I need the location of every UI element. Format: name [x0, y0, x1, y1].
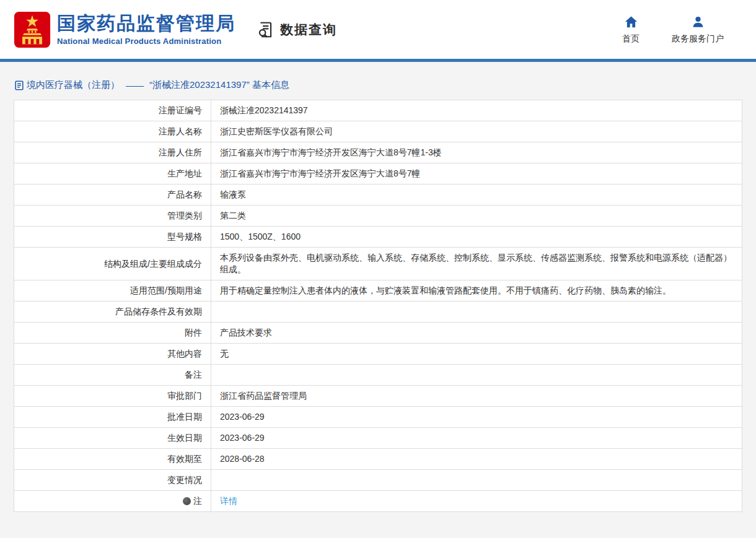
- breadcrumb-title: “浙械注准20232141397” 基本信息: [149, 79, 289, 91]
- row-value: 输液泵: [211, 184, 742, 206]
- site-header: 国家药品监督管理局 National Medical Products Admi…: [0, 0, 756, 59]
- row-label: 注册人名称: [14, 121, 211, 142]
- table-row: 结构及组成/主要组成成分本系列设备由泵外壳、电机驱动系统、输入系统、存储系统、控…: [14, 248, 742, 280]
- header-brand[interactable]: 国家药品监督管理局 National Medical Products Admi…: [14, 11, 235, 49]
- table-row: 批准日期2023-06-29: [14, 407, 742, 428]
- row-value: 浙江省药品监督管理局: [211, 386, 742, 407]
- row-value: [211, 365, 742, 386]
- table-row: 注册证编号浙械注准20232141397: [14, 100, 742, 121]
- table-row: 注册人住所浙江省嘉兴市海宁市海宁经济开发区海宁大道8号7幢1-3楼: [14, 142, 742, 163]
- top-nav: 首页 政务服务门户: [622, 15, 724, 45]
- note-icon: [183, 497, 191, 505]
- row-value: 浙江省嘉兴市海宁市海宁经济开发区海宁大道8号7幢1-3楼: [211, 142, 742, 163]
- breadcrumb-category[interactable]: 境内医疗器械（注册）: [27, 79, 120, 91]
- page: 国家药品监督管理局 National Medical Products Admi…: [0, 0, 756, 538]
- row-label: 生效日期: [14, 428, 211, 449]
- row-label: 批准日期: [14, 407, 211, 428]
- table-row: 管理类别第二类: [14, 206, 742, 227]
- table-row: 适用范围/预期用途用于精确定量控制注入患者体内的液体，与贮液装置和输液管路配套使…: [14, 280, 742, 302]
- row-label: 注册人住所: [14, 142, 211, 163]
- row-value: 2028-06-28: [211, 449, 742, 470]
- row-value: [211, 302, 742, 323]
- brand-text: 国家药品监督管理局 National Medical Products Admi…: [57, 13, 235, 46]
- data-query-icon: [257, 20, 275, 39]
- row-label: 备注: [14, 365, 211, 386]
- row-value: 本系列设备由泵外壳、电机驱动系统、输入系统、存储系统、控制系统、显示系统、传感器…: [211, 248, 742, 280]
- table-row: 生效日期2023-06-29: [14, 428, 742, 449]
- breadcrumb-separator: ——: [126, 80, 143, 90]
- nav-portal-label: 政务服务门户: [672, 33, 724, 45]
- breadcrumb: 境内医疗器械（注册） —— “浙械注准20232141397” 基本信息: [15, 79, 742, 91]
- row-value: 第二类: [211, 206, 742, 227]
- row-label: 生产地址: [14, 163, 211, 184]
- org-name-en: National Medical Products Administration: [57, 37, 235, 46]
- table-row: 有效期至2028-06-28: [14, 449, 742, 470]
- table-row: 其他内容无: [14, 344, 742, 365]
- nav-home[interactable]: 首页: [622, 15, 640, 45]
- row-value: 1500、1500Z、1600: [211, 227, 742, 248]
- row-value: 详情: [211, 491, 742, 512]
- row-label: 注册证编号: [14, 100, 211, 121]
- row-label: 产品名称: [14, 184, 211, 206]
- row-label: 注: [14, 491, 211, 512]
- table-row: 产品名称输液泵: [14, 184, 742, 206]
- row-label: 审批部门: [14, 386, 211, 407]
- row-label: 适用范围/预期用途: [14, 280, 211, 302]
- row-label: 附件: [14, 323, 211, 344]
- row-value: 产品技术要求: [211, 323, 742, 344]
- row-value: 用于精确定量控制注入患者体内的液体，与贮液装置和输液管路配套使用。不用于镇痛药、…: [211, 280, 742, 302]
- row-value: 无: [211, 344, 742, 365]
- row-label: 有效期至: [14, 449, 211, 470]
- row-value: 2023-06-29: [211, 407, 742, 428]
- nmpa-emblem-logo: [14, 11, 51, 49]
- org-name-cn: 国家药品监督管理局: [57, 13, 235, 34]
- data-query-section[interactable]: 数据查询: [257, 20, 337, 39]
- row-value: [211, 470, 742, 491]
- table-row: 注详情: [14, 491, 742, 512]
- user-icon: [691, 15, 705, 29]
- table-row: 型号规格1500、1500Z、1600: [14, 227, 742, 248]
- row-label: 其他内容: [14, 344, 211, 365]
- table-row: 注册人名称浙江史密斯医学仪器有限公司: [14, 121, 742, 142]
- table-row: 审批部门浙江省药品监督管理局: [14, 386, 742, 407]
- table-row: 产品储存条件及有效期: [14, 302, 742, 323]
- row-label: 产品储存条件及有效期: [14, 302, 211, 323]
- table-row: 附件产品技术要求: [14, 323, 742, 344]
- row-value: 浙江省嘉兴市海宁市海宁经济开发区海宁大道8号7幢: [211, 163, 742, 184]
- info-table: 注册证编号浙械注准20232141397注册人名称浙江史密斯医学仪器有限公司注册…: [14, 100, 742, 512]
- row-value: 2023-06-29: [211, 428, 742, 449]
- home-icon: [624, 15, 638, 29]
- nav-home-label: 首页: [622, 33, 640, 45]
- table-row: 变更情况: [14, 470, 742, 491]
- row-label: 型号规格: [14, 227, 211, 248]
- row-value: 浙江史密斯医学仪器有限公司: [211, 121, 742, 142]
- row-label: 结构及组成/主要组成成分: [14, 248, 211, 280]
- row-label: 管理类别: [14, 206, 211, 227]
- row-value: 浙械注准20232141397: [211, 100, 742, 121]
- detail-link[interactable]: 详情: [220, 496, 237, 506]
- table-row: 备注: [14, 365, 742, 386]
- data-query-label: 数据查询: [280, 21, 337, 38]
- document-icon: [15, 80, 24, 90]
- nav-portal[interactable]: 政务服务门户: [672, 15, 724, 45]
- info-table-body: 注册证编号浙械注准20232141397注册人名称浙江史密斯医学仪器有限公司注册…: [14, 100, 742, 512]
- table-row: 生产地址浙江省嘉兴市海宁市海宁经济开发区海宁大道8号7幢: [14, 163, 742, 184]
- main-content: 境内医疗器械（注册） —— “浙械注准20232141397” 基本信息 注册证…: [0, 62, 756, 538]
- row-label: 变更情况: [14, 470, 211, 491]
